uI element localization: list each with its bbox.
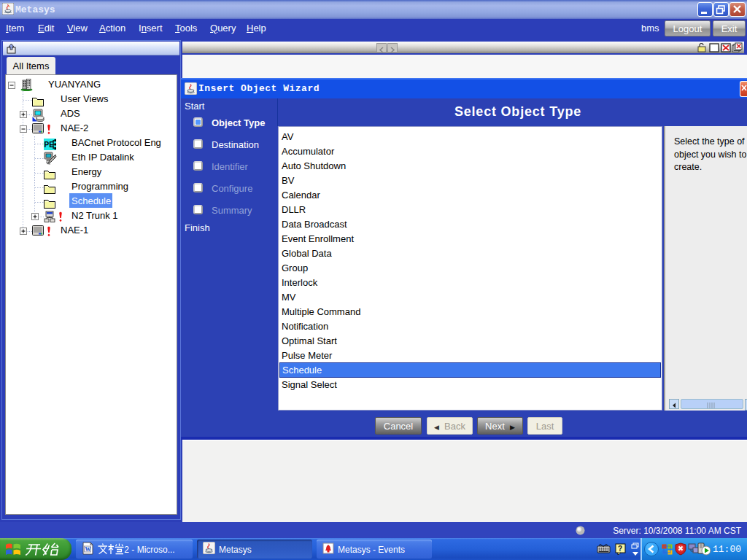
svg-text:W: W — [85, 546, 91, 553]
svg-text:?: ? — [618, 545, 622, 553]
svg-text:PE: PE — [44, 141, 55, 149]
